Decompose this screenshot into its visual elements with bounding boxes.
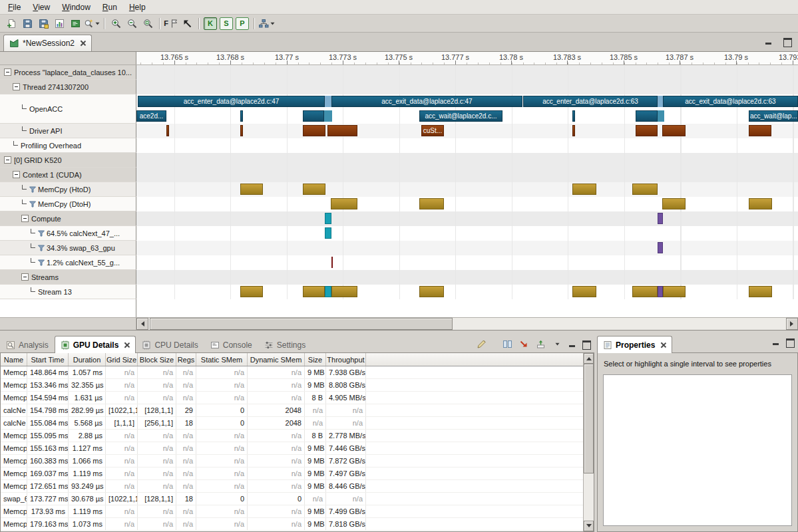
interval-mem[interactable] bbox=[572, 184, 596, 195]
save-session-button[interactable] bbox=[19, 16, 35, 31]
table-row[interactable]: Memcp169.037 ms1.119 msn/an/an/an/an/a9 … bbox=[1, 467, 583, 480]
column-header-name[interactable]: Name bbox=[1, 353, 27, 366]
interval-acc-enter-data-laplace2d-c-47[interactable]: acc_enter_data@laplace2d.c:47 bbox=[138, 96, 325, 107]
column-header-duration[interactable]: Duration bbox=[69, 353, 106, 366]
zoom-in-button[interactable] bbox=[108, 16, 124, 31]
timeline-ruler[interactable]: 13.765 s13.768 s13.77 s13.773 s13.775 s1… bbox=[136, 52, 798, 65]
scroll-up-button[interactable] bbox=[584, 353, 594, 364]
collapse-icon[interactable] bbox=[13, 171, 20, 178]
interval-k1[interactable] bbox=[325, 227, 331, 239]
table-row[interactable]: Memcp173.93 ms1.119 msn/an/an/an/an/a9 M… bbox=[1, 505, 583, 518]
show-metrics-button[interactable] bbox=[51, 16, 67, 31]
interval-mem[interactable] bbox=[303, 286, 325, 297]
interval-acc[interactable] bbox=[572, 110, 575, 122]
collapse-icon[interactable] bbox=[4, 156, 11, 164]
interval-acc[interactable] bbox=[240, 110, 243, 122]
interval-mem[interactable] bbox=[632, 184, 658, 195]
scroll-left-button[interactable] bbox=[136, 318, 148, 330]
new-session-button[interactable] bbox=[3, 16, 19, 31]
table-row[interactable]: calcNe155.084 ms5.568 µs[1,1,1][256,1,1]… bbox=[1, 417, 583, 430]
interval-k1[interactable] bbox=[325, 286, 331, 297]
zoom-fit-button[interactable] bbox=[140, 16, 156, 31]
tab-close-icon[interactable] bbox=[123, 342, 130, 348]
toggle-kernel-view-button[interactable]: K bbox=[204, 17, 217, 30]
interval-accl[interactable] bbox=[658, 96, 663, 107]
menu-window[interactable]: Window bbox=[56, 1, 97, 14]
timeline-track-process-laplace-data-clauses-10[interactable] bbox=[136, 65, 798, 80]
interval-mem[interactable] bbox=[572, 286, 596, 297]
menu-help[interactable]: Help bbox=[123, 1, 152, 14]
interval-mem[interactable] bbox=[419, 198, 444, 209]
minimize-properties-button[interactable] bbox=[772, 338, 780, 346]
table-row[interactable]: calcNe154.798 ms282.99 µs[1022,1,1][128,… bbox=[1, 404, 583, 417]
interval-drv[interactable] bbox=[240, 125, 243, 136]
interval-acc[interactable] bbox=[303, 110, 324, 122]
interval-mem[interactable] bbox=[749, 286, 772, 297]
show-console-button[interactable] bbox=[67, 16, 83, 31]
session-tab[interactable]: *NewSession2 bbox=[3, 35, 92, 51]
interval-drv[interactable] bbox=[303, 125, 325, 136]
interval-acc-exit-data-laplace2d-c-63[interactable]: acc_exit_data@laplace2d.c:63 bbox=[663, 96, 798, 107]
interval-accl2[interactable] bbox=[658, 110, 664, 122]
timeline-track-memcpy-dtoh[interactable] bbox=[136, 197, 798, 211]
tree-item-streams[interactable]: Streams bbox=[0, 270, 136, 285]
table-row[interactable]: Memcp153.346 ms32.355 µsn/an/an/an/an/a9… bbox=[1, 379, 583, 392]
tab-gpu-details[interactable]: GPU Details bbox=[55, 336, 136, 353]
tree-item-openacc[interactable]: OpenACC bbox=[0, 94, 136, 124]
interval-drv[interactable] bbox=[166, 125, 169, 136]
timeline-track-context-1-cuda[interactable] bbox=[136, 168, 798, 182]
column-header-regs[interactable]: Regs bbox=[176, 353, 196, 366]
run-analysis-button[interactable] bbox=[83, 16, 100, 31]
tree-item-thread-2741307200[interactable]: Thread 2741307200 bbox=[0, 80, 136, 94]
timeline-track-64-5-calcnext-47[interactable] bbox=[136, 226, 798, 241]
timeline-track-profiling-overhead[interactable] bbox=[136, 138, 798, 153]
zoom-out-button[interactable] bbox=[124, 16, 140, 31]
maximize-details-button[interactable] bbox=[582, 340, 590, 348]
column-header-start-time[interactable]: Start Time bbox=[27, 353, 69, 366]
timeline-track-thread-2741307200[interactable] bbox=[136, 80, 798, 94]
tree-item-compute[interactable]: Compute bbox=[0, 211, 136, 226]
tree-item-context-1-cuda[interactable]: Context 1 (CUDA) bbox=[0, 168, 136, 182]
tab-settings[interactable]: Settings bbox=[258, 336, 311, 352]
timeline-horizontal-scrollbar[interactable] bbox=[0, 317, 798, 330]
scroll-right-button[interactable] bbox=[786, 318, 798, 330]
table-row[interactable]: Memcp179.163 ms1.073 msn/an/an/an/an/a9 … bbox=[1, 518, 583, 531]
interval-mem[interactable] bbox=[662, 198, 686, 209]
table-row[interactable]: Memcp155.095 ms2.88 µsn/an/an/an/an/a8 B… bbox=[1, 430, 583, 442]
table-row[interactable]: Memcp148.864 ms1.057 msn/an/an/an/an/a9 … bbox=[1, 366, 583, 379]
go-to-selection-button[interactable] bbox=[179, 16, 195, 31]
tree-item-64-5-calcnext-47[interactable]: 64.5% calcNext_47_... bbox=[0, 226, 136, 241]
table-row[interactable]: Memcp160.383 ms1.066 msn/an/an/an/an/a9 … bbox=[1, 455, 583, 467]
scrollbar-thumb[interactable] bbox=[150, 318, 453, 330]
tree-item-driver-api[interactable]: Driver API bbox=[0, 124, 136, 138]
column-header-throughput[interactable]: Throughput bbox=[326, 353, 366, 366]
timeline-track-34-3-swap-63-gpu[interactable] bbox=[136, 241, 798, 255]
collapse-icon[interactable] bbox=[21, 273, 29, 281]
column-header-block-size[interactable]: Block Size bbox=[138, 353, 176, 366]
table-vertical-scrollbar[interactable] bbox=[583, 353, 594, 531]
interval-accl[interactable] bbox=[325, 96, 331, 107]
interval-mem[interactable] bbox=[240, 184, 263, 195]
column-header-grid-size[interactable]: Grid Size bbox=[106, 353, 138, 366]
maximize-properties-button[interactable] bbox=[786, 338, 794, 346]
timeline-track-stream-13[interactable] bbox=[136, 285, 798, 299]
interval-ace2d[interactable]: ace2d... bbox=[136, 110, 166, 122]
menu-run[interactable]: Run bbox=[97, 1, 123, 14]
v-scrollbar-track[interactable] bbox=[584, 364, 594, 521]
tab-analysis[interactable]: Analysis bbox=[0, 336, 55, 352]
save-session-as-button[interactable] bbox=[35, 16, 51, 31]
interval-accl2[interactable] bbox=[324, 110, 332, 122]
scrollbar-track[interactable] bbox=[148, 318, 786, 330]
interval-mem[interactable] bbox=[331, 198, 357, 209]
properties-tab[interactable]: Properties bbox=[597, 336, 672, 353]
interval-drv[interactable] bbox=[327, 125, 357, 136]
column-header-static-smem[interactable]: Static SMem bbox=[196, 353, 248, 366]
session-tab-close-icon[interactable] bbox=[79, 40, 86, 47]
column-header-dynamic-smem[interactable]: Dynamic SMem bbox=[248, 353, 305, 366]
menu-file[interactable]: File bbox=[2, 1, 27, 14]
column-chooser-button[interactable] bbox=[502, 338, 512, 349]
interval-acc-enter-data-laplace2d-c-63[interactable]: acc_enter_data@laplace2d.c:63 bbox=[523, 96, 658, 107]
tab-console[interactable]: Console bbox=[204, 336, 258, 352]
interval-mem[interactable] bbox=[419, 286, 444, 297]
interval-mem[interactable] bbox=[632, 286, 658, 297]
